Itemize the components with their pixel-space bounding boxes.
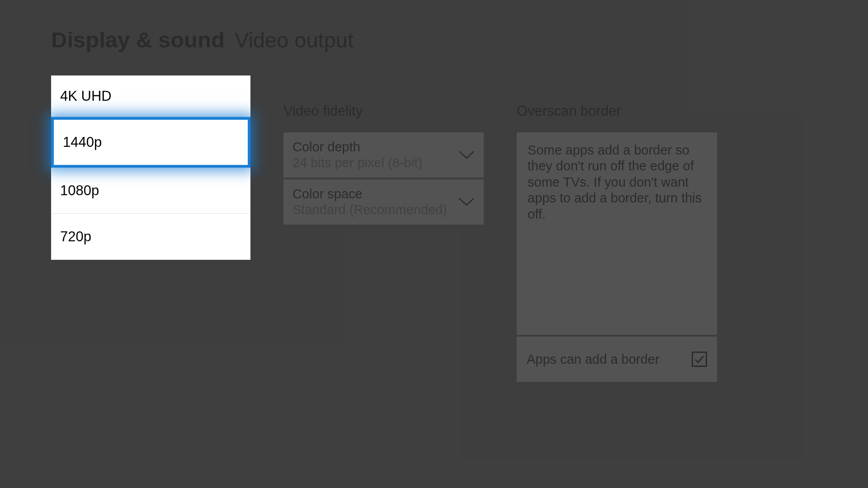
resolution-option-label: 4K UHD [60, 88, 112, 104]
resolution-option-label: 1440p [63, 134, 102, 150]
resolution-option-label: 1080p [60, 183, 99, 199]
resolution-option-label: 720p [60, 229, 91, 245]
overscan-title: Overscan border [517, 103, 717, 119]
color-space-label: Color space [292, 187, 447, 202]
page-title-main: Display & sound [51, 27, 225, 52]
color-depth-label: Color depth [292, 140, 422, 155]
resolution-option-4k[interactable]: 4K UHD [51, 75, 250, 117]
resolution-dropdown-open[interactable]: 4K UHD 1440p 1080p 720p [51, 75, 250, 260]
page-title-sub: Video output [235, 28, 354, 52]
resolution-option-720p[interactable]: 720p [51, 214, 250, 260]
color-depth-select[interactable]: Color depth 24 bits per pixel (8-bit) [283, 132, 484, 178]
page-header: Display & sound Video output [51, 27, 868, 52]
resolution-option-1440p[interactable]: 1440p [51, 117, 250, 168]
color-depth-value: 24 bits per pixel (8-bit) [292, 155, 422, 170]
color-space-value: Standard (Recommended) [292, 202, 447, 217]
chevron-down-icon [458, 197, 475, 207]
overscan-description: Some apps add a border so they don't run… [517, 132, 717, 335]
video-fidelity-title: Video fidelity [283, 103, 484, 119]
checkbox-icon [692, 352, 707, 367]
color-space-select[interactable]: Color space Standard (Recommended) [283, 179, 484, 225]
overscan-checkbox-row[interactable]: Apps can add a border [517, 337, 717, 382]
overscan-checkbox-label: Apps can add a border [527, 352, 659, 367]
chevron-down-icon [458, 150, 475, 160]
resolution-option-1080p[interactable]: 1080p [51, 168, 250, 214]
